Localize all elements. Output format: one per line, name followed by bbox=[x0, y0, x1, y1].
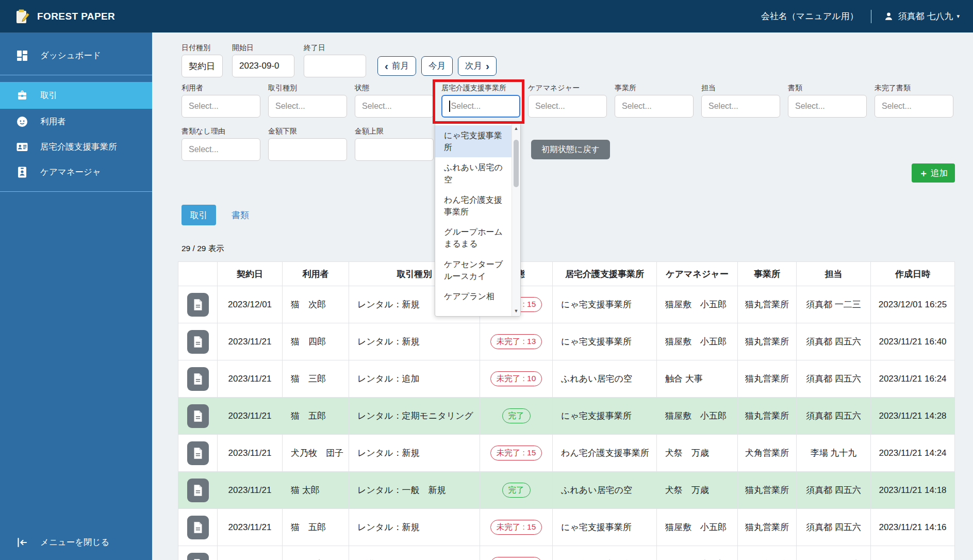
amount-max-input[interactable] bbox=[355, 138, 434, 161]
document-button[interactable] bbox=[187, 367, 209, 391]
user-link[interactable]: 猫 次郎 bbox=[283, 546, 349, 560]
transaction-type-cell: レンタル：追加 bbox=[349, 360, 480, 398]
dropdown-option[interactable]: グループホームまるまる bbox=[435, 222, 520, 254]
care-manager-link[interactable]: 触合 大事 bbox=[657, 360, 738, 398]
dropdown-option[interactable]: ふれあい居宅の空 bbox=[435, 157, 520, 189]
filter-select[interactable]: Select... bbox=[615, 95, 694, 118]
text-cursor bbox=[449, 101, 450, 112]
filter-label: 居宅介護支援事業所 bbox=[441, 84, 520, 93]
sidebar-item-care-offices[interactable]: 居宅介護支援事業所 bbox=[0, 134, 152, 159]
reset-filters-button[interactable]: 初期状態に戻す bbox=[531, 140, 610, 159]
next-month-button[interactable]: 次月 › bbox=[458, 56, 497, 76]
filter-select[interactable]: Select... bbox=[528, 95, 607, 118]
care-manager-link[interactable]: 犬祭 万歳 bbox=[657, 472, 738, 509]
filter-select[interactable]: Select... bbox=[441, 95, 520, 118]
sidebar-close-menu[interactable]: メニューを閉じる bbox=[0, 530, 152, 555]
care-office-link[interactable]: にゃ宅支援事業所 bbox=[553, 323, 657, 360]
care-office-link[interactable]: にゃ宅支援事業所 bbox=[553, 546, 657, 560]
document-button[interactable] bbox=[187, 404, 209, 428]
scrollbar-thumb[interactable] bbox=[514, 140, 519, 187]
care-manager-link[interactable]: 猫屋敷 小五郎 bbox=[657, 509, 738, 546]
sidebar-item-users[interactable]: 利用者 bbox=[0, 109, 152, 134]
add-button[interactable]: ＋ 追加 bbox=[912, 163, 955, 183]
status-cell: 完了 bbox=[480, 472, 553, 509]
care-office-link[interactable]: にゃ宅支援事業所 bbox=[553, 509, 657, 546]
document-button[interactable] bbox=[187, 441, 209, 465]
end-date-input[interactable] bbox=[304, 55, 366, 77]
filter-select[interactable]: Select... bbox=[875, 95, 953, 118]
care-manager-link[interactable]: 猫屋敷 小五郎 bbox=[657, 546, 738, 560]
user-link[interactable]: 猫 次郎 bbox=[283, 286, 349, 323]
tab-書類[interactable]: 書類 bbox=[232, 209, 249, 221]
staff-cell: 須真都 一二三 bbox=[797, 286, 871, 323]
status-badge: 完了 bbox=[502, 483, 531, 498]
user-link[interactable]: 猫 太郎 bbox=[283, 472, 349, 509]
care-office-link[interactable]: にゃ宅支援事業所 bbox=[553, 286, 657, 323]
care-office-link[interactable]: わん宅介護支援事業所 bbox=[553, 435, 657, 472]
date-type-select[interactable]: 契約日 bbox=[182, 55, 223, 77]
care-office-link[interactable]: ふれあい居宅の空 bbox=[553, 360, 657, 398]
user-link[interactable]: 猫 四郎 bbox=[283, 323, 349, 360]
created-at-cell: 2023/11/21 14:15 bbox=[871, 546, 955, 560]
amount-min-input[interactable] bbox=[268, 138, 347, 161]
id-badge-icon bbox=[15, 166, 29, 179]
sidebar-item-dashboard[interactable]: ダッシュボード bbox=[0, 43, 152, 68]
dropdown-option[interactable]: ケアプラン相 bbox=[435, 286, 520, 306]
document-button[interactable] bbox=[187, 479, 209, 502]
created-at-cell: 2023/11/21 14:24 bbox=[871, 435, 955, 472]
filter-amount-max: 金額上限 bbox=[355, 127, 434, 161]
document-button[interactable] bbox=[187, 553, 209, 560]
user-name: 須真都 七八九 bbox=[898, 10, 953, 22]
user-menu[interactable]: 須真都 七八九 ▾ bbox=[884, 10, 960, 22]
filter-select[interactable]: Select... bbox=[701, 95, 780, 118]
dropdown-option[interactable]: にゃ宅支援事業所 bbox=[435, 125, 520, 157]
column-header: 利用者 bbox=[283, 262, 349, 286]
collapse-icon bbox=[15, 536, 29, 549]
care-office-dropdown: にゃ宅支援事業所ふれあい居宅の空わん宅介護支援事業所グループホームまるまるケアセ… bbox=[435, 123, 521, 317]
user-link[interactable]: 猫 五郎 bbox=[283, 398, 349, 435]
transaction-type-cell: レンタル：新規 bbox=[349, 323, 480, 360]
document-button[interactable] bbox=[187, 330, 209, 354]
filter-row-dates: 日付種別 契約日 開始日 2023-09-0 終了日 ‹ bbox=[182, 43, 954, 77]
document-button[interactable] bbox=[187, 293, 209, 317]
sidebar-item-care-managers[interactable]: ケアマネージャ bbox=[0, 159, 152, 185]
no-doc-reason-select[interactable]: Select... bbox=[182, 138, 260, 161]
document-button[interactable] bbox=[187, 516, 209, 539]
sidebar-item-label: 利用者 bbox=[40, 116, 66, 127]
current-month-button[interactable]: 今月 bbox=[421, 56, 453, 76]
created-at-cell: 2023/11/21 16:24 bbox=[871, 360, 955, 398]
user-link[interactable]: 猫 三郎 bbox=[283, 360, 349, 398]
transaction-type-cell: レンタル：一般 新規 bbox=[349, 472, 480, 509]
scroll-down-icon[interactable]: ▼ bbox=[512, 307, 520, 315]
dropdown-scrollbar[interactable]: ▲▼ bbox=[512, 123, 520, 316]
user-link[interactable]: 犬乃牧 団子 bbox=[283, 435, 349, 472]
care-manager-link[interactable]: 猫屋敷 小五郎 bbox=[657, 323, 738, 360]
select-placeholder: Select... bbox=[882, 102, 912, 111]
care-office-link[interactable]: にゃ宅支援事業所 bbox=[553, 398, 657, 435]
care-office-link[interactable]: ふれあい居宅の空 bbox=[553, 472, 657, 509]
filter-select[interactable]: Select... bbox=[788, 95, 867, 118]
table-row: 2023/11/21 猫 次郎 介護保険：販売 未完了 : 12 にゃ宅支援事業… bbox=[178, 546, 955, 560]
month-buttons: ‹ 前月 今月 次月 › bbox=[377, 56, 497, 76]
sidebar-item-transactions[interactable]: 取引 bbox=[0, 82, 152, 109]
contract-date-cell: 2023/11/21 bbox=[218, 509, 283, 546]
tab-取引[interactable]: 取引 bbox=[182, 205, 216, 225]
sidebar-divider bbox=[0, 191, 152, 192]
filter-start-date: 開始日 2023-09-0 bbox=[232, 43, 294, 77]
dropdown-option[interactable]: ケアセンターブルースカイ bbox=[435, 254, 520, 286]
filter-label: ケアマネジャー bbox=[528, 84, 607, 93]
filter-select[interactable]: Select... bbox=[355, 95, 434, 118]
filter-select[interactable]: Select... bbox=[182, 95, 260, 118]
scroll-up-icon[interactable]: ▲ bbox=[512, 124, 520, 133]
care-manager-link[interactable]: 犬祭 万歳 bbox=[657, 435, 738, 472]
table-row: 2023/11/21 猫 五郎 レンタル：定期モニタリング 完了 にゃ宅支援事業… bbox=[178, 398, 955, 435]
care-manager-link[interactable]: 猫屋敷 小五郎 bbox=[657, 398, 738, 435]
user-link[interactable]: 猫 五郎 bbox=[283, 509, 349, 546]
prev-month-button[interactable]: ‹ 前月 bbox=[377, 56, 416, 76]
care-manager-link[interactable]: 猫屋敷 小五郎 bbox=[657, 286, 738, 323]
app-name: FOREST PAPER bbox=[37, 11, 115, 22]
start-date-input[interactable]: 2023-09-0 bbox=[232, 55, 294, 77]
filter-select[interactable]: Select... bbox=[268, 95, 347, 118]
status-badge: 未完了 : 13 bbox=[490, 334, 542, 349]
dropdown-option[interactable]: わん宅介護支援事業所 bbox=[435, 190, 520, 222]
